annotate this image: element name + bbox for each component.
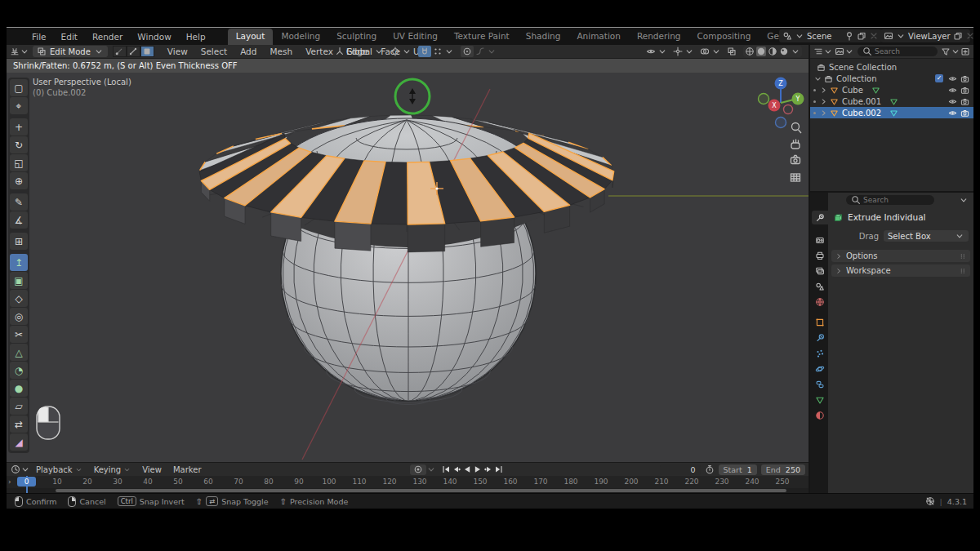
overlays-icon[interactable]: [700, 47, 710, 56]
proportional-edit-icon[interactable]: [461, 46, 474, 57]
mode-dropdown[interactable]: Edit Mode: [33, 46, 108, 57]
outliner-row[interactable]: Scene Collection: [810, 61, 973, 73]
frame-end-field[interactable]: End 250: [761, 464, 805, 475]
jump-end-button[interactable]: [494, 464, 504, 474]
pin-icon[interactable]: [844, 31, 854, 41]
snap-target-icon[interactable]: [433, 47, 443, 56]
properties-tab-tool[interactable]: [812, 211, 828, 224]
play-button[interactable]: [473, 464, 483, 474]
view-layer-selector[interactable]: ViewLayer: [880, 29, 970, 42]
orientation-dropdown[interactable]: Global: [346, 47, 372, 56]
jump-start-button[interactable]: [441, 464, 451, 474]
network-offline-icon[interactable]: [925, 496, 935, 506]
shading-wireframe-icon[interactable]: [745, 47, 755, 56]
object-types-icon[interactable]: [646, 47, 656, 56]
tool-select-box[interactable]: ▢: [10, 79, 28, 96]
tool-scale[interactable]: ◱: [10, 154, 28, 171]
properties-tab-object[interactable]: [812, 315, 828, 329]
panel-header-workspace[interactable]: Workspace: [831, 264, 970, 277]
timeline-editor-icon[interactable]: [11, 464, 20, 474]
vertex-select-button[interactable]: [113, 46, 127, 57]
outliner-display-mode-icon[interactable]: [813, 47, 823, 56]
stopwatch-icon[interactable]: [705, 464, 715, 474]
scrollbar-thumb[interactable]: [56, 489, 786, 492]
menu-edit[interactable]: Edit: [54, 29, 85, 45]
new-layer-icon[interactable]: [953, 31, 963, 41]
gizmos-icon[interactable]: [673, 47, 683, 56]
tool-measure[interactable]: ∡: [10, 211, 28, 229]
tool-inset-faces[interactable]: ▣: [10, 272, 28, 289]
tool-cursor[interactable]: ⌖: [10, 97, 28, 114]
outliner-search-input[interactable]: Search: [858, 47, 938, 56]
new-collection-icon[interactable]: [960, 47, 970, 56]
scene-selector[interactable]: Scene: [779, 29, 882, 42]
eye-icon[interactable]: [948, 74, 957, 83]
outliner-item-label[interactable]: Cube.001: [842, 97, 881, 106]
outliner-item-label[interactable]: Scene Collection: [829, 63, 897, 72]
outliner-row[interactable]: Cube: [810, 84, 973, 96]
new-scene-icon[interactable]: [857, 31, 866, 41]
outliner-row[interactable]: Cube.002: [810, 107, 973, 118]
tool-move[interactable]: +: [10, 118, 28, 136]
timeline-menu-view[interactable]: View: [136, 465, 167, 474]
tab-sculpting[interactable]: Sculpting: [328, 29, 385, 45]
tool-loop-cut[interactable]: ◎: [10, 308, 28, 325]
viewport-3d[interactable]: ZYX User Perspective (Local) (0) Cube.00…: [7, 73, 808, 462]
timeline-ruler[interactable]: › 01020304050607080901001101201301401501…: [7, 476, 808, 488]
outliner-item-label[interactable]: Collection: [836, 74, 876, 83]
properties-search-input[interactable]: Search: [846, 195, 934, 205]
outliner-row[interactable]: Cube.001: [810, 96, 973, 107]
tab-shading[interactable]: Shading: [518, 29, 569, 45]
frame-start-field[interactable]: Start 1: [719, 464, 757, 475]
snap-toggle-icon[interactable]: [418, 46, 431, 57]
editor-type-icon[interactable]: [10, 47, 20, 56]
tool-poly-build[interactable]: △: [10, 344, 28, 361]
camera-icon[interactable]: [960, 109, 969, 118]
tab-modeling[interactable]: Modeling: [273, 29, 328, 45]
properties-tab-physics[interactable]: [812, 362, 828, 375]
properties-tab-scene[interactable]: [812, 279, 828, 293]
viewport-menu-vertex[interactable]: Vertex: [299, 47, 340, 56]
prev-keyframe-button[interactable]: [452, 464, 461, 474]
menu-render[interactable]: Render: [85, 29, 130, 45]
tool-rotate[interactable]: ↻: [10, 136, 28, 153]
eye-icon[interactable]: [948, 109, 957, 118]
outliner-filter-id-icon[interactable]: [835, 47, 844, 56]
view-layer-name[interactable]: ViewLayer: [908, 32, 951, 41]
current-frame-field[interactable]: 0: [660, 464, 701, 475]
eye-icon[interactable]: [948, 97, 957, 106]
viewport-side-controls[interactable]: [791, 123, 802, 182]
tab-animation[interactable]: Animation: [568, 29, 629, 45]
outliner-item-label[interactable]: Cube.002: [842, 109, 881, 118]
expand-region-arrow[interactable]: ›: [8, 478, 11, 486]
collection-checkbox[interactable]: ✓: [935, 74, 943, 82]
tab-texture-paint[interactable]: Texture Paint: [446, 29, 518, 45]
chevron-down-icon[interactable]: [959, 195, 969, 205]
timeline-menu-keying[interactable]: Keying: [88, 465, 137, 474]
scene-name[interactable]: Scene: [807, 32, 842, 41]
xray-icon[interactable]: [727, 47, 737, 56]
viewport-menu-mesh[interactable]: Mesh: [263, 47, 299, 56]
properties-tab-material[interactable]: [812, 408, 828, 422]
grip-icon[interactable]: [959, 252, 967, 260]
menu-help[interactable]: Help: [179, 29, 213, 45]
grip-icon[interactable]: [959, 267, 967, 275]
shading-rendered-icon[interactable]: [779, 47, 789, 56]
tool-extrude-region[interactable]: ↥: [10, 254, 28, 271]
tool-smooth[interactable]: ●: [10, 380, 28, 397]
tool-spin[interactable]: ◔: [10, 362, 28, 379]
face-select-button[interactable]: [140, 46, 154, 57]
playhead-frame-badge[interactable]: 0: [17, 477, 36, 487]
tool-bevel[interactable]: ◇: [10, 290, 28, 307]
tool-rip-region[interactable]: ◢: [10, 433, 28, 451]
properties-tab-world[interactable]: [812, 295, 828, 309]
eye-icon[interactable]: [948, 86, 957, 95]
properties-tab-view-layer[interactable]: [812, 264, 828, 278]
tab-rendering[interactable]: Rendering: [629, 29, 689, 45]
tab-uv-editing[interactable]: UV Editing: [385, 29, 446, 45]
viewport-menu-view[interactable]: View: [161, 47, 194, 56]
tool-add-cube[interactable]: ⊞: [10, 233, 28, 250]
tool-edge-slide[interactable]: ▱: [10, 398, 28, 415]
auto-key-icon[interactable]: [410, 464, 426, 475]
properties-tab-modifiers[interactable]: [812, 331, 828, 344]
